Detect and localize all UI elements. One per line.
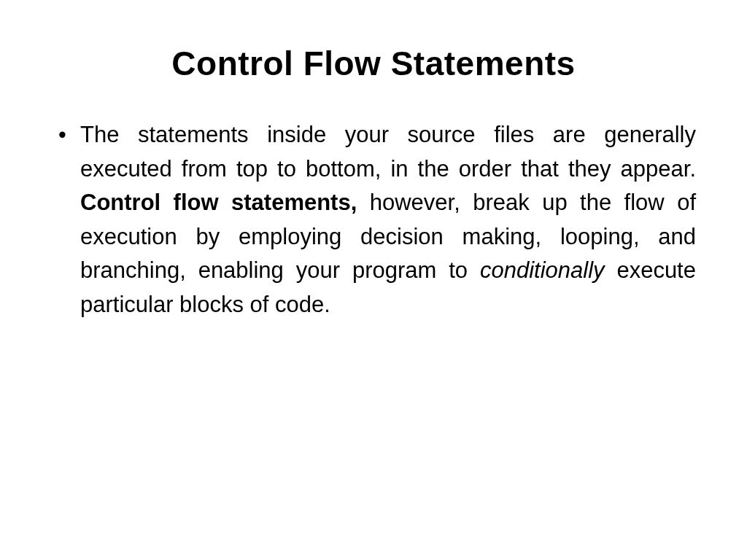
bullet-text-segment: The statements inside your source files … (80, 122, 696, 182)
slide-title: Control Flow Statements (51, 44, 696, 83)
bullet-list: The statements inside your source files … (51, 118, 696, 322)
bullet-item: The statements inside your source files … (51, 118, 696, 322)
bullet-text-italic: conditionally (480, 257, 605, 283)
bullet-text-bold: Control flow statements, (80, 190, 357, 215)
